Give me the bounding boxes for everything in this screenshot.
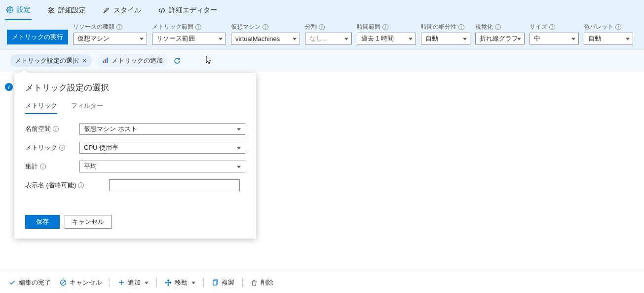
virtual-machine-dropdown[interactable]: virtualMachines bbox=[231, 33, 300, 44]
metric-dropdown[interactable]: CPU 使用率 bbox=[79, 142, 245, 154]
params-bar: メトリックの実行 リソースの種類 仮想マシン メトリック範囲 リソース範囲 仮想… bbox=[0, 20, 644, 49]
granularity-dropdown[interactable]: 自動 bbox=[421, 33, 470, 44]
display-name-input[interactable] bbox=[109, 179, 240, 191]
param-split: 分割 なし... bbox=[305, 23, 352, 44]
info-icon[interactable] bbox=[195, 24, 201, 30]
info-icon[interactable] bbox=[615, 24, 621, 30]
param-size-label: サイズ bbox=[530, 23, 579, 31]
tab-advanced-editor[interactable]: 詳細エディター bbox=[157, 4, 218, 20]
popup-actions: 保存 キャンセル bbox=[25, 215, 245, 229]
copy-icon bbox=[212, 279, 219, 286]
save-button[interactable]: 保存 bbox=[25, 215, 60, 229]
trash-icon bbox=[251, 279, 258, 286]
close-icon[interactable]: ✕ bbox=[82, 57, 87, 64]
info-icon[interactable] bbox=[495, 24, 501, 30]
row-namespace: 名前空間 仮想マシン ホスト bbox=[25, 123, 245, 135]
cancel-editing-button[interactable]: キャンセル bbox=[56, 276, 106, 289]
svg-rect-6 bbox=[103, 61, 104, 63]
aggregation-dropdown[interactable]: 平均 bbox=[79, 161, 245, 172]
paintbrush-icon bbox=[103, 6, 111, 14]
popup-tabs: メトリック フィルター bbox=[25, 101, 245, 114]
done-editing-button[interactable]: 編集の完了 bbox=[5, 276, 55, 289]
sliders-icon bbox=[47, 6, 55, 14]
tab-settings-label: 設定 bbox=[17, 5, 31, 14]
info-icon[interactable] bbox=[59, 145, 65, 151]
popup-tab-filter[interactable]: フィルター bbox=[71, 101, 103, 114]
pills-bar: メトリック設定の選択 ✕ メトリックの追加 bbox=[0, 50, 644, 72]
param-palette: 色パレット 自動 bbox=[584, 23, 633, 44]
info-icon[interactable] bbox=[382, 24, 388, 30]
svg-point-1 bbox=[49, 7, 51, 9]
size-dropdown[interactable]: 中 bbox=[530, 33, 579, 44]
move-button[interactable]: 移動 bbox=[161, 276, 199, 289]
popup-tab-metric[interactable]: メトリック bbox=[25, 101, 57, 114]
svg-point-5 bbox=[49, 11, 50, 13]
separator bbox=[203, 278, 204, 287]
row-metric: メトリック CPU 使用率 bbox=[25, 142, 245, 154]
info-icon[interactable] bbox=[78, 182, 84, 188]
metric-settings-popup: メトリック設定の選択 メトリック フィルター 名前空間 仮想マシン ホスト メト… bbox=[14, 73, 256, 239]
metric-settings-pill[interactable]: メトリック設定の選択 ✕ bbox=[10, 54, 92, 67]
param-granularity-label: 時間の細分性 bbox=[421, 23, 470, 31]
tab-advanced-editor-label: 詳細エディター bbox=[169, 6, 217, 15]
run-metrics-button[interactable]: メトリックの実行 bbox=[7, 30, 68, 44]
add-button[interactable]: 追加 bbox=[114, 276, 152, 289]
namespace-dropdown[interactable]: 仮想マシン ホスト bbox=[79, 123, 245, 135]
tab-advanced-settings[interactable]: 詳細設定 bbox=[46, 4, 87, 20]
move-icon bbox=[165, 279, 172, 286]
tab-style[interactable]: スタイル bbox=[102, 4, 142, 20]
check-icon bbox=[9, 279, 16, 286]
separator bbox=[156, 278, 157, 287]
bottom-toolbar: 編集の完了 キャンセル 追加 移動 複製 削除 bbox=[0, 272, 644, 293]
resource-type-dropdown[interactable]: 仮想マシン bbox=[73, 33, 147, 44]
param-metric-scope-label: メトリック範囲 bbox=[152, 23, 226, 31]
param-resource-type-label: リソースの種類 bbox=[73, 23, 147, 31]
param-visualization-label: 視覚化 bbox=[475, 23, 525, 31]
tab-style-label: スタイル bbox=[114, 6, 141, 15]
info-icon[interactable] bbox=[116, 24, 122, 30]
info-icon[interactable] bbox=[319, 24, 325, 30]
info-badge-icon bbox=[5, 83, 13, 91]
param-resource-type: リソースの種類 仮想マシン bbox=[73, 23, 147, 44]
info-icon[interactable] bbox=[53, 126, 59, 132]
label-metric: メトリック bbox=[25, 143, 75, 152]
param-palette-label: 色パレット bbox=[584, 23, 633, 31]
top-tabs: 設定 詳細設定 スタイル 詳細エディター bbox=[0, 0, 644, 20]
label-display-name: 表示名 (省略可能) bbox=[25, 181, 104, 190]
gear-icon bbox=[6, 6, 14, 14]
info-icon[interactable] bbox=[549, 24, 555, 30]
svg-rect-11 bbox=[213, 281, 217, 285]
cancel-button[interactable]: キャンセル bbox=[65, 215, 112, 229]
metric-scope-dropdown[interactable]: リソース範囲 bbox=[152, 33, 226, 44]
duplicate-button[interactable]: 複製 bbox=[208, 276, 238, 289]
param-virtual-machine: 仮想マシン virtualMachines bbox=[231, 23, 300, 44]
tab-advanced-settings-label: 詳細設定 bbox=[58, 6, 86, 15]
separator bbox=[242, 278, 243, 287]
param-size: サイズ 中 bbox=[530, 23, 579, 44]
info-icon[interactable] bbox=[263, 24, 268, 30]
palette-dropdown[interactable]: 自動 bbox=[584, 33, 633, 44]
chevron-down-icon bbox=[191, 282, 195, 284]
refresh-icon[interactable] bbox=[173, 56, 182, 65]
add-metric-pill[interactable]: メトリックの追加 bbox=[97, 54, 168, 67]
split-dropdown[interactable]: なし... bbox=[305, 33, 352, 44]
svg-rect-8 bbox=[107, 58, 108, 63]
param-visualization: 視覚化 折れ線グラフ bbox=[475, 23, 525, 44]
popup-title: メトリック設定の選択 bbox=[25, 82, 245, 93]
info-icon[interactable] bbox=[40, 164, 46, 169]
tab-settings[interactable]: 設定 bbox=[5, 3, 32, 20]
delete-button[interactable]: 削除 bbox=[247, 276, 277, 289]
param-granularity: 時間の細分性 自動 bbox=[421, 23, 470, 44]
svg-point-3 bbox=[51, 9, 53, 11]
svg-line-10 bbox=[61, 281, 65, 285]
time-range-dropdown[interactable]: 過去 1 時間 bbox=[357, 33, 416, 44]
param-time-range: 時間範囲 過去 1 時間 bbox=[357, 23, 416, 44]
label-namespace: 名前空間 bbox=[25, 125, 75, 133]
info-icon[interactable] bbox=[458, 24, 464, 30]
chevron-down-icon bbox=[145, 282, 149, 284]
visualization-dropdown[interactable]: 折れ線グラフ bbox=[475, 33, 525, 44]
metric-settings-pill-label: メトリック設定の選択 bbox=[15, 56, 79, 65]
add-metric-pill-label: メトリックの追加 bbox=[112, 56, 163, 65]
top-area: 設定 詳細設定 スタイル 詳細エディター メトリックの実行 リソースの種類 bbox=[0, 0, 644, 50]
plus-icon bbox=[118, 279, 125, 286]
